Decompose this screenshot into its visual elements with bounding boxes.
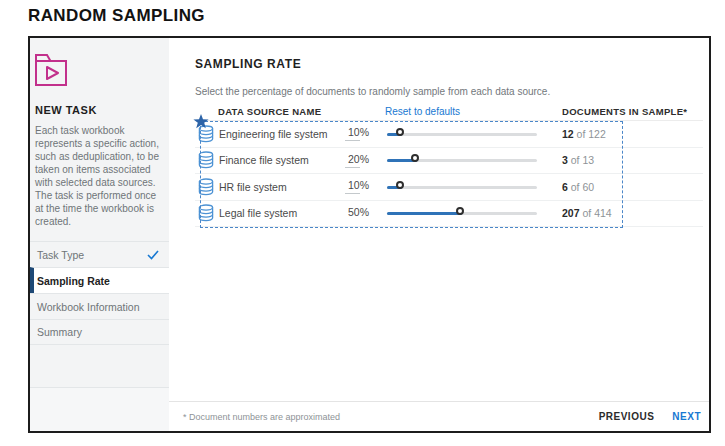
check-icon: [147, 250, 159, 260]
page-title: RANDOM SAMPLING: [28, 6, 205, 26]
data-source-row: Engineering file system 10% 12 of 122: [195, 121, 703, 148]
step-label: Summary: [37, 326, 82, 338]
slider-track[interactable]: [387, 133, 537, 136]
data-source-row: Legal file system 50% 207 of 414: [195, 201, 703, 228]
percent-suffix: %: [360, 153, 369, 165]
step-summary[interactable]: Summary: [30, 319, 169, 345]
sampling-percent-field[interactable]: 50%: [337, 206, 369, 221]
sampling-slider[interactable]: [387, 207, 537, 219]
data-source-name: Legal file system: [219, 207, 337, 219]
data-source-row: Finance file system 20% 3 of 13: [195, 148, 703, 175]
step-task-type[interactable]: Task Type: [30, 241, 169, 267]
sampling-percent-field[interactable]: 10%: [337, 179, 369, 194]
data-source-name: Engineering file system: [219, 128, 337, 140]
panel-subtitle: Select the percentage of documents to ra…: [195, 86, 709, 97]
percent-suffix: %: [360, 126, 369, 138]
documents-in-sample: 207 of 414: [562, 207, 703, 219]
documents-in-sample: 12 of 122: [562, 128, 703, 140]
next-button[interactable]: NEXT: [672, 411, 701, 422]
table-header: DATA SOURCE NAME Reset to defaults DOCUM…: [195, 102, 703, 121]
sidebar-footer-strip: [30, 387, 169, 431]
sampling-slider[interactable]: [387, 181, 537, 193]
percent-input[interactable]: 50: [345, 206, 360, 221]
step-label: Task Type: [37, 249, 84, 261]
task-folder-icon: [34, 52, 68, 88]
data-source-row: HR file system 10% 6 of 60: [195, 174, 703, 201]
data-source-name: HR file system: [219, 181, 337, 193]
data-source-name: Finance file system: [219, 154, 337, 166]
footer-note: * Document numbers are approximated: [183, 412, 340, 422]
reset-to-defaults-link[interactable]: Reset to defaults: [337, 106, 537, 117]
slider-handle[interactable]: [396, 128, 404, 136]
step-label: Sampling Rate: [37, 275, 110, 287]
previous-button[interactable]: PREVIOUS: [599, 411, 655, 422]
percent-input[interactable]: 20: [345, 153, 360, 168]
sampling-percent-field[interactable]: 20%: [337, 153, 369, 168]
sampling-slider[interactable]: [387, 128, 537, 140]
documents-in-sample: 3 of 13: [562, 154, 703, 166]
step-label: Workbook Information: [37, 301, 140, 313]
documents-in-sample: 6 of 60: [562, 181, 703, 193]
random-sampling-page: RANDOM SAMPLING NEW TASK Each task workb…: [0, 0, 725, 446]
sampling-slider[interactable]: [387, 154, 537, 166]
database-icon: [195, 125, 219, 143]
sampling-rate-panel: SAMPLING RATE Select the percentage of d…: [169, 38, 709, 431]
database-icon: [195, 151, 219, 169]
step-sampling-rate[interactable]: Sampling Rate: [30, 267, 169, 293]
column-header-name: DATA SOURCE NAME: [195, 106, 337, 117]
percent-input[interactable]: 10: [345, 126, 360, 141]
sidebar-description: Each task workbook represents a specific…: [35, 124, 165, 228]
percent-input[interactable]: 10: [345, 179, 360, 194]
database-icon: [195, 204, 219, 222]
panel-title: SAMPLING RATE: [195, 57, 709, 71]
wizard-footer: * Document numbers are approximated PREV…: [169, 401, 709, 431]
slider-fill: [387, 212, 462, 215]
step-workbook-information[interactable]: Workbook Information: [30, 293, 169, 319]
wizard-steps: Task Type Sampling Rate Workbook Informa…: [30, 241, 169, 345]
slider-handle[interactable]: [396, 181, 404, 189]
data-source-table: DATA SOURCE NAME Reset to defaults DOCUM…: [195, 102, 703, 227]
new-task-dialog: NEW TASK Each task workbook represents a…: [28, 36, 711, 433]
percent-suffix: %: [360, 206, 369, 218]
slider-track[interactable]: [387, 186, 537, 189]
sampling-percent-field[interactable]: 10%: [337, 126, 369, 141]
percent-suffix: %: [360, 179, 369, 191]
sidebar-heading: NEW TASK: [35, 104, 169, 116]
database-icon: [195, 178, 219, 196]
wizard-sidebar: NEW TASK Each task workbook represents a…: [30, 38, 169, 431]
column-header-documents: DOCUMENTS IN SAMPLE*: [562, 106, 703, 117]
